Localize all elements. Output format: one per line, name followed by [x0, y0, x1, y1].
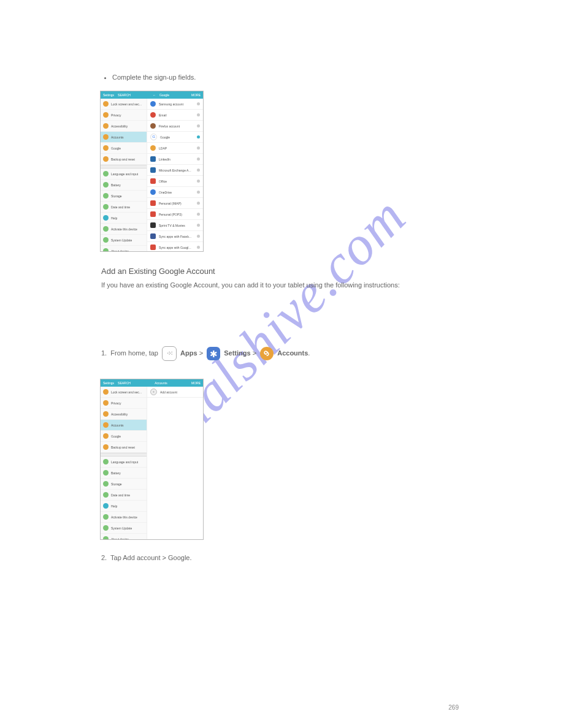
account-item: Sync apps with Faceb... [147, 231, 203, 242]
account-item: OneDrive [147, 187, 203, 198]
sidebar-item: Language and input [101, 169, 147, 180]
sidebar-item: Activate this device [101, 512, 147, 523]
sidebar-item: Date and time [101, 202, 147, 213]
account-item: GGoogle [147, 132, 203, 143]
account-item: LinkedIn [147, 154, 203, 165]
account-item: Samsung account [147, 99, 203, 110]
section2-step2: 2. Tap Add account > Google. [101, 553, 465, 563]
accounts-icon [260, 347, 274, 360]
sidebar-item: Help [101, 213, 147, 224]
sidebar-item: Accessibility [101, 121, 147, 132]
sidebar-item: Battery [101, 180, 147, 191]
sidebar-item: Storage [101, 479, 147, 490]
account-item: Microsoft Exchange A... [147, 165, 203, 176]
account-item: Personal (POP3) [147, 209, 203, 220]
sidebar-item: Accounts [101, 420, 147, 431]
sidebar-item: Lock screen and sec... [101, 387, 147, 398]
account-item: LDAP [147, 143, 203, 154]
sidebar-item: Accessibility [101, 409, 147, 420]
sidebar-item: Google [101, 431, 147, 442]
sidebar-item: Backup and reset [101, 154, 147, 165]
account-item: Firefox account [147, 121, 203, 132]
sidebar-item: System Update [101, 523, 147, 534]
sidebar-item: Storage [101, 191, 147, 202]
step1-line: 1. From home, tap Apps > Settings > Acco… [101, 346, 465, 361]
sidebar-item: Privacy [101, 398, 147, 409]
account-item: Personal (IMAP) [147, 198, 203, 209]
page-number: 269 [448, 704, 459, 711]
sidebar-item: Help [101, 501, 147, 512]
sidebar-item: Battery [101, 468, 147, 479]
account-item: Sync apps with Googl... [147, 242, 203, 252]
section1-title: Add an Existing Google Account [101, 267, 215, 276]
sidebar-item: Accounts [101, 132, 147, 143]
screenshot-2: Settings SEARCH Accounts MORE Lock scree… [100, 379, 204, 540]
sidebar-item: About device [101, 246, 147, 251]
sidebar-item: Backup and reset [101, 442, 147, 453]
settings-icon [207, 347, 220, 360]
instruction-top: Complete the sign-up fields. [101, 70, 465, 84]
sidebar-item: Google [101, 143, 147, 154]
sidebar-item: Lock screen and sec... [101, 99, 147, 110]
account-item: Sprint TV & Movies [147, 220, 203, 231]
sidebar-item: About device [101, 534, 147, 539]
sidebar-item: Language and input [101, 457, 147, 468]
screenshot-1: Settings SEARCH ← Google MORE Lock scree… [100, 91, 204, 252]
account-item: Office [147, 176, 203, 187]
section1-intro: If you have an existing Google Account, … [101, 281, 465, 290]
sidebar-item: Date and time [101, 490, 147, 501]
account-item: Email [147, 110, 203, 121]
sidebar-item: Activate this device [101, 224, 147, 235]
sidebar-item: System Update [101, 235, 147, 246]
apps-icon [162, 346, 177, 361]
sidebar-item: Privacy [101, 110, 147, 121]
